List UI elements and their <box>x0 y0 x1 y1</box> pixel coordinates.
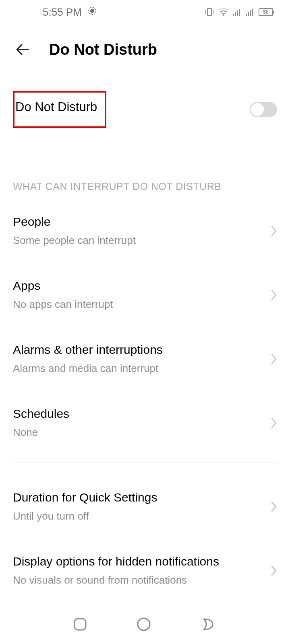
svg-point-1 <box>90 9 94 13</box>
svg-rect-12 <box>250 10 251 16</box>
chevron-right-icon <box>271 501 277 512</box>
wifi-icon <box>218 8 229 16</box>
item-title: People <box>13 215 136 229</box>
divider <box>13 462 277 462</box>
header: Do Not Disturb <box>0 24 290 67</box>
section-header-interrupt: WHAT CAN INTERRUPT DO NOT DISTURB <box>13 158 277 199</box>
item-title: Display options for hidden notifications <box>13 555 219 568</box>
item-title: Schedules <box>13 407 69 421</box>
item-subtitle: No visuals or sound from notifications <box>13 574 219 586</box>
chevron-right-icon <box>271 353 277 365</box>
setting-item-duration[interactable]: Duration for Quick Settings Until you tu… <box>13 475 277 539</box>
setting-item-people[interactable]: People Some people can interrupt <box>13 199 277 263</box>
toggle-knob <box>251 103 264 116</box>
svg-point-5 <box>223 14 224 16</box>
item-subtitle: Some people can interrupt <box>13 234 136 247</box>
status-bar: 5:55 PM 58 <box>0 0 290 24</box>
status-right: 58 <box>205 8 273 17</box>
item-subtitle: Alarms and media can interrupt <box>13 362 163 375</box>
setting-item-alarms[interactable]: Alarms & other interruptions Alarms and … <box>13 327 277 391</box>
setting-item-apps[interactable]: Apps No apps can interrupt <box>13 263 277 327</box>
svg-rect-13 <box>252 9 253 16</box>
back-button[interactable] <box>14 40 32 59</box>
svg-rect-8 <box>237 10 238 16</box>
setting-item-display-options[interactable]: Display options for hidden notifications… <box>13 539 277 603</box>
item-subtitle: No apps can interrupt <box>13 298 113 311</box>
battery-icon: 58 <box>259 8 273 16</box>
battery-percent: 58 <box>263 10 268 14</box>
status-left: 5:55 PM <box>43 6 97 19</box>
dnd-toggle-row[interactable]: Do Not Disturb <box>13 67 277 148</box>
svg-rect-9 <box>239 9 240 16</box>
chevron-right-icon <box>271 289 277 301</box>
setting-item-schedules[interactable]: Schedules None <box>13 391 277 455</box>
dnd-toggle-label: Do Not Disturb <box>15 100 97 114</box>
navigation-bar <box>0 609 290 644</box>
item-subtitle: None <box>13 426 69 439</box>
dnd-toggle-switch[interactable] <box>250 102 277 117</box>
item-title: Apps <box>13 279 113 293</box>
page-title: Do Not Disturb <box>49 41 157 58</box>
nav-back-button[interactable] <box>201 617 217 632</box>
nav-recent-button[interactable] <box>73 617 87 631</box>
svg-rect-6 <box>233 14 234 16</box>
nav-home-button[interactable] <box>137 617 151 632</box>
signal-icon-2 <box>246 8 255 16</box>
svg-rect-11 <box>248 12 249 16</box>
highlight-annotation: Do Not Disturb <box>13 91 106 128</box>
status-time: 5:55 PM <box>43 6 82 19</box>
chevron-right-icon <box>271 417 277 429</box>
dnd-status-icon <box>87 6 97 19</box>
item-subtitle: Until you turn off <box>13 510 157 522</box>
chevron-right-icon <box>271 225 277 237</box>
chevron-right-icon <box>271 565 277 576</box>
item-title: Duration for Quick Settings <box>13 491 157 504</box>
svg-rect-10 <box>246 14 247 16</box>
svg-point-15 <box>138 618 150 630</box>
vibrate-icon <box>205 8 214 17</box>
svg-rect-7 <box>235 12 236 16</box>
item-title: Alarms & other interruptions <box>13 343 163 357</box>
svg-rect-14 <box>75 619 86 630</box>
signal-icon-1 <box>233 8 242 16</box>
svg-rect-2 <box>207 8 211 16</box>
